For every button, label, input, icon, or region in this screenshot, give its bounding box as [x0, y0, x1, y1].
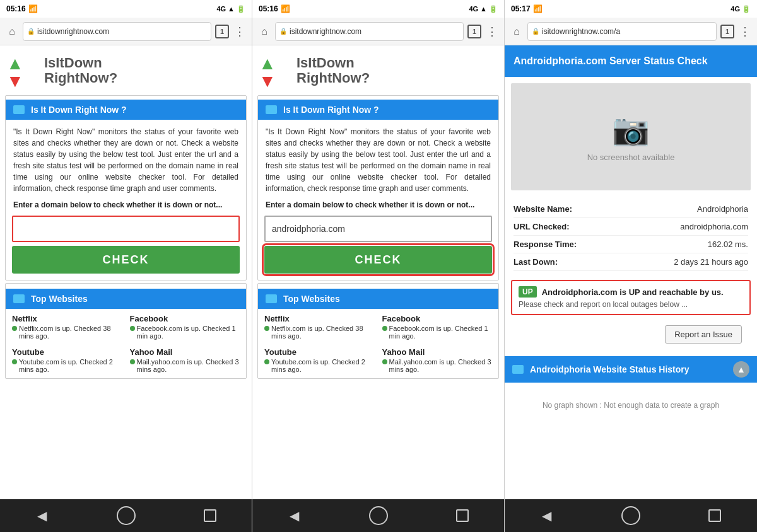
- menu-icon-3[interactable]: ⋮: [738, 23, 752, 40]
- home-icon-1[interactable]: ⌂: [5, 25, 19, 38]
- page-content-2: ▲ ▼ IsItDown RightNow? Is It Down Right …: [252, 45, 504, 499]
- page-content-1: ▲ ▼ IsItDown RightNow? Is It Down Right …: [0, 45, 252, 499]
- nav-home-3[interactable]: [618, 503, 643, 528]
- time-1: 05:16: [6, 4, 26, 13]
- website-name-yahoomail-1: Yahoo Mail: [130, 347, 240, 357]
- phone-panel-3: 05:17 📶 4G 🔋 ⌂ 🔒 isitdownrightnow.com/a …: [505, 0, 757, 532]
- green-dot-youtube-1: [12, 359, 17, 364]
- top-websites-label-2: Top Websites: [283, 294, 340, 304]
- website-name-netflix-2: Netflix: [264, 314, 375, 323]
- info-row-response: Response Time: 162.02 ms.: [513, 236, 748, 253]
- sim-icon-1: 📶: [28, 4, 38, 13]
- website-status-facebook-1: Facebook.com is up. Checked 1 min ago.: [130, 325, 240, 340]
- arrow-up-icon-2: ▲: [259, 54, 276, 73]
- menu-icon-2[interactable]: ⋮: [485, 23, 499, 40]
- history-header-text-3: Androidphoria Website Status History: [530, 364, 690, 374]
- logo-icon-1: ▲ ▼: [6, 55, 38, 86]
- info-label-response: Response Time:: [513, 240, 577, 249]
- no-screenshot-text-3: No screenshot available: [587, 153, 675, 162]
- isitdown-section-1: Is It Down Right Now ? "Is It Down Right…: [5, 95, 247, 280]
- section-icon-1: [13, 105, 25, 114]
- check-button-1[interactable]: CHECK: [12, 246, 240, 274]
- enter-label-1: Enter a domain below to check whether it…: [6, 200, 246, 213]
- section-header-1: Is It Down Right Now ?: [6, 100, 246, 120]
- info-value-lastdown: 2 days 21 hours ago: [674, 257, 748, 267]
- domain-input-2[interactable]: [266, 217, 491, 241]
- website-name-netflix-1: Netflix: [12, 314, 122, 323]
- tab-count-2[interactable]: 1: [467, 25, 481, 38]
- scroll-up-icon-3[interactable]: ▲: [733, 361, 749, 378]
- websites-grid-2: Netflix Netflix.com is up. Checked 38 mi…: [258, 309, 498, 378]
- home-icon-3[interactable]: ⌂: [510, 25, 524, 38]
- camera-icon-3: 📷: [612, 112, 650, 147]
- nav-home-1[interactable]: [114, 503, 139, 528]
- home-icon-2[interactable]: ⌂: [257, 25, 271, 38]
- history-header-3: Androidphoria Website Status History ▲: [505, 356, 757, 383]
- domain-input-1[interactable]: [13, 217, 238, 241]
- info-label-lastdown: Last Down:: [513, 257, 558, 267]
- nav-back-3[interactable]: ◀: [534, 503, 560, 528]
- logo-icon-2: ▲ ▼: [259, 55, 290, 86]
- browser-bar-3: ⌂ 🔒 isitdownrightnow.com/a 1 ⋮: [505, 18, 757, 45]
- website-name-facebook-2: Facebook: [382, 314, 493, 323]
- phone-panel-2: 05:16 📶 4G ▲ 🔋 ⌂ 🔒 isitdownrightnow.com …: [252, 0, 505, 532]
- nav-recents-2[interactable]: [450, 503, 475, 528]
- websites-icon-2: [266, 294, 277, 303]
- info-row-website-name: Website Name: Androidphoria: [513, 200, 748, 218]
- info-row-lastdown: Last Down: 2 days 21 hours ago: [513, 253, 748, 271]
- arrow-down-icon-2: ▼: [259, 71, 276, 91]
- section-icon-2: [266, 105, 277, 114]
- menu-icon-1[interactable]: ⋮: [233, 23, 247, 40]
- top-websites-section-2: Top Websites Netflix Netflix.com is up. …: [257, 283, 499, 379]
- website-name-yahoomail-2: Yahoo Mail: [382, 347, 493, 357]
- arrow-down-icon-1: ▼: [6, 71, 24, 91]
- info-row-url: URL Checked: androidphoria.com: [513, 218, 748, 236]
- nav-recents-1[interactable]: [197, 503, 223, 528]
- top-websites-header-2: Top Websites: [258, 289, 498, 309]
- nav-back-2[interactable]: ◀: [282, 503, 307, 528]
- status-bar-2: 05:16 📶 4G ▲ 🔋: [252, 0, 504, 18]
- status-message-3: Androidphoria.com is UP and reachable by…: [542, 287, 724, 297]
- website-status-youtube-2: Youtube.com is up. Checked 2 mins ago.: [264, 358, 375, 373]
- green-dot-netflix-1: [12, 326, 17, 331]
- battery-1: 🔋: [237, 5, 245, 13]
- sim-icon-2: 📶: [281, 4, 290, 13]
- website-yahoomail-1: Yahoo Mail Mail.yahoo.com is up. Checked…: [130, 347, 240, 373]
- nav-recents-3[interactable]: [702, 503, 727, 528]
- signal-4g-1: 4G: [216, 5, 226, 13]
- tab-count-3[interactable]: 1: [720, 25, 734, 38]
- signal-bar-2: ▲: [480, 5, 487, 13]
- url-bar-2[interactable]: 🔒 isitdownrightnow.com: [275, 22, 464, 41]
- url-bar-3[interactable]: 🔒 isitdownrightnow.com/a: [527, 22, 717, 41]
- lock-icon-3: 🔒: [532, 28, 539, 35]
- info-value-website-name: Androidphoria: [697, 204, 748, 214]
- website-status-netflix-1: Netflix.com is up. Checked 38 mins ago.: [12, 325, 122, 340]
- green-dot-yahoomail-2: [382, 359, 387, 364]
- green-dot-youtube-2: [264, 359, 269, 364]
- signal-4g-3: 4G: [731, 5, 740, 13]
- url-bar-1[interactable]: 🔒 isitdownrightnow.com: [23, 22, 211, 41]
- green-dot-netflix-2: [264, 326, 269, 331]
- time-2: 05:16: [259, 4, 278, 13]
- logo-line2-1: RightNow?: [44, 71, 117, 86]
- report-btn-wrap-3: Report an Issue: [505, 320, 757, 354]
- top-websites-header-1: Top Websites: [6, 289, 246, 309]
- domain-input-wrap-2: [264, 216, 492, 242]
- nav-home-2[interactable]: [366, 503, 391, 528]
- website-status-facebook-2: Facebook.com is up. Checked 1 min ago.: [382, 325, 493, 340]
- check-button-2[interactable]: CHECK: [264, 246, 492, 274]
- status-bar-left-3: 05:17 📶: [511, 4, 543, 13]
- website-status-youtube-1: Youtube.com is up. Checked 2 mins ago.: [12, 358, 122, 373]
- page-content-3: Androidphoria.com Server Status Check 📷 …: [505, 45, 757, 499]
- nav-back-1[interactable]: ◀: [30, 503, 55, 528]
- section-header-text-2: Is It Down Right Now ?: [283, 105, 379, 115]
- time-3: 05:17: [511, 4, 531, 13]
- info-value-response: 162.02 ms.: [708, 240, 748, 249]
- arrow-up-icon-1: ▲: [6, 54, 24, 73]
- tab-count-1[interactable]: 1: [215, 25, 229, 38]
- website-status-yahoomail-1: Mail.yahoo.com is up. Checked 3 mins ago…: [130, 358, 240, 373]
- signal-bar-1: ▲: [228, 5, 235, 13]
- url-text-1: isitdownrightnow.com: [37, 27, 109, 36]
- report-issue-button-3[interactable]: Report an Issue: [665, 325, 742, 344]
- website-name-youtube-1: Youtube: [12, 347, 122, 357]
